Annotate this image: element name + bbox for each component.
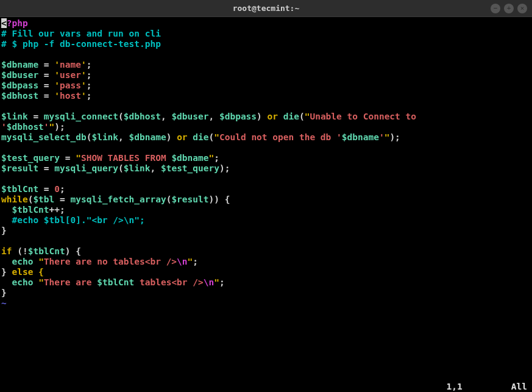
close-icon[interactable]: ×	[517, 4, 527, 13]
code-line: $link = mysqli_connect($dbhost, $dbuser,…	[1, 112, 531, 122]
code-line	[1, 236, 531, 246]
scroll-percentage: All	[511, 382, 527, 392]
code-line: if (!$tblCnt) {	[1, 246, 531, 257]
vim-statusbar: 1,1 All	[447, 382, 527, 392]
code-line: $dbhost = 'host';	[1, 91, 531, 101]
code-line: # Fill our vars and run on cli	[1, 29, 531, 39]
code-line: <?php	[1, 18, 531, 29]
code-line	[1, 101, 531, 112]
cursor: <	[1, 18, 7, 28]
minimize-icon[interactable]: −	[491, 4, 500, 13]
code-line: $tblCnt = 0;	[1, 184, 531, 194]
code-line: while($tbl = mysqli_fetch_array($result)…	[1, 194, 531, 205]
code-line: }	[1, 226, 531, 236]
code-line: echo "There are no tables<br />\n";	[1, 257, 531, 267]
code-line	[1, 49, 531, 60]
code-line: $dbuser = 'user';	[1, 70, 531, 80]
code-line: $tblCnt++;	[1, 205, 531, 215]
maximize-icon[interactable]: +	[504, 4, 514, 13]
code-line: $dbpass = 'pass';	[1, 80, 531, 91]
code-line: $dbname = 'name';	[1, 60, 531, 70]
code-line: mysqli_select_db($link, $dbname) or die(…	[1, 132, 531, 143]
empty-line-tilde: ~	[1, 298, 531, 308]
window-title: root@tecmint:~	[233, 4, 300, 13]
cursor-position: 1,1	[447, 382, 463, 392]
code-line: $result = mysqli_query($link, $test_quer…	[1, 163, 531, 174]
code-line: echo "There are $tblCnt tables<br />\n";	[1, 277, 531, 288]
code-line: # $ php -f db-connect-test.php	[1, 39, 531, 49]
code-line	[1, 308, 531, 319]
code-line: } else {	[1, 267, 531, 277]
window-controls: − + ×	[491, 4, 527, 13]
code-line: }	[1, 288, 531, 298]
code-line: $test_query = "SHOW TABLES FROM $dbname"…	[1, 153, 531, 163]
code-line	[1, 143, 531, 153]
code-line	[1, 174, 531, 184]
editor-area[interactable]: <?php # Fill our vars and run on cli # $…	[0, 17, 532, 392]
titlebar: root@tecmint:~ − + ×	[0, 0, 532, 17]
code-line: #echo $tbl[0]."<br />\n";	[1, 215, 531, 226]
code-line: '$dbhost'");	[1, 122, 531, 132]
